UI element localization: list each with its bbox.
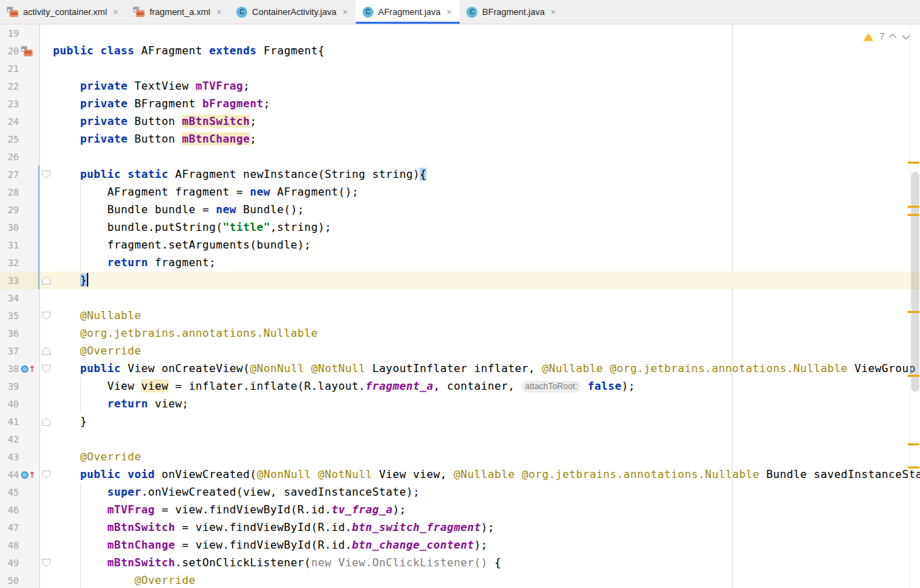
gutter-cell[interactable]: 33 [0, 272, 39, 289]
code-token: Bundle(); [236, 203, 304, 216]
gutter-cell[interactable]: 36 [0, 325, 39, 342]
code-line[interactable]: 39 View view = inflater.inflate(R.layout… [0, 378, 920, 395]
gutter-cell[interactable]: 46 [0, 501, 39, 519]
gutter-cell[interactable]: 38o↑ [0, 360, 39, 378]
gutter-cell[interactable]: 49 [0, 554, 39, 572]
code-line[interactable]: 24 private Button mBtnSwitch; [0, 113, 920, 130]
gutter-cell[interactable]: 32 [0, 254, 39, 272]
code-line[interactable]: 38o↑ public View onCreateView(@NonNull @… [0, 360, 920, 378]
code-line[interactable]: 29 Bundle bundle = new Bundle(); [0, 201, 920, 219]
inspections-widget[interactable]: 7 [863, 28, 908, 45]
overriding-method-icon[interactable]: o↑ [21, 471, 36, 479]
code-line[interactable]: 21 [0, 60, 920, 77]
gutter-cell[interactable]: 45 [0, 483, 39, 501]
gutter-cell[interactable]: 31 [0, 236, 39, 254]
gutter-cell[interactable]: 44o↑ [0, 466, 39, 483]
overriding-method-icon[interactable]: o↑ [21, 365, 36, 373]
code-line[interactable]: 26 [0, 148, 920, 166]
gutter-cell[interactable]: 43 [0, 448, 39, 466]
code-line[interactable]: 42 [0, 430, 920, 448]
gutter-cell[interactable]: 20<> [0, 42, 39, 60]
gutter-cell[interactable]: 39 [0, 378, 39, 395]
code-line[interactable]: 32 return fragment; [0, 254, 920, 272]
code-line[interactable]: 23 private BFragment bFragment; [0, 95, 920, 113]
gutter-cell[interactable]: 30 [0, 219, 39, 236]
fold-toggle-icon[interactable] [42, 170, 51, 179]
gutter-cell[interactable]: 22 [0, 77, 39, 95]
gutter-cell[interactable]: 50 [0, 572, 39, 588]
error-stripe-scrollbar[interactable] [910, 24, 920, 588]
gutter-cell[interactable]: 35 [0, 307, 39, 325]
code-line[interactable]: 41 } [0, 413, 920, 430]
warning-stripe-mark[interactable] [908, 443, 919, 445]
gutter-cell[interactable]: 24 [0, 113, 39, 130]
gutter-cell[interactable]: 34 [0, 289, 39, 307]
gutter-cell[interactable]: 21 [0, 60, 39, 77]
gutter-cell[interactable]: 23 [0, 95, 39, 113]
code-line[interactable]: 35 @Nullable [0, 307, 920, 325]
code-line[interactable]: 34 [0, 289, 920, 307]
gutter-cell[interactable]: 47 [0, 519, 39, 536]
gutter-cell[interactable]: 26 [0, 148, 39, 166]
code-line[interactable]: 25 private Button mBtnChange; [0, 130, 920, 148]
close-tab-icon[interactable]: × [342, 7, 348, 16]
gutter-cell[interactable]: 48 [0, 536, 39, 554]
code-line[interactable]: 22 private TextView mTVFrag; [0, 77, 920, 95]
related-layout-file-icon[interactable]: <> [21, 46, 33, 56]
fold-toggle-icon[interactable] [42, 418, 51, 426]
warning-stripe-mark[interactable] [908, 214, 919, 216]
code-line[interactable]: 46 mTVFrag = view.findViewById(R.id.tv_f… [0, 501, 920, 519]
code-line[interactable]: 43 @Override [0, 448, 920, 466]
code-line[interactable]: 47 mBtnSwitch = view.findViewById(R.id.b… [0, 519, 920, 536]
gutter-cell[interactable]: 19 [0, 24, 39, 42]
fold-toggle-icon[interactable] [42, 559, 51, 567]
gutter-cell[interactable]: 41 [0, 413, 39, 430]
warning-stripe-mark[interactable] [908, 162, 919, 164]
code-line[interactable]: 49 mBtnSwitch.setOnClickListener(new Vie… [0, 554, 920, 572]
warning-stripe-mark[interactable] [908, 466, 919, 468]
close-tab-icon[interactable]: × [217, 7, 222, 16]
gutter-cell[interactable]: 25 [0, 130, 39, 148]
code-line[interactable]: 20<>public class AFragment extends Fragm… [0, 42, 920, 60]
fold-toggle-icon[interactable] [42, 312, 51, 320]
close-tab-icon[interactable]: × [113, 7, 119, 16]
warning-stripe-mark[interactable] [908, 311, 919, 313]
code-line[interactable]: 27 public static AFragment newInstance(S… [0, 166, 920, 183]
code-editor[interactable]: 1920<>public class AFragment extends Fra… [0, 24, 920, 588]
tab-AFragment-java[interactable]: CAFragment.java× [356, 0, 460, 24]
gutter-cell[interactable]: 27 [0, 166, 39, 183]
code-line[interactable]: 36 @org.jetbrains.annotations.Nullable [0, 325, 920, 342]
previous-problem-chevron-up-icon[interactable] [889, 34, 896, 41]
close-tab-icon[interactable]: × [551, 7, 556, 16]
tab-fragment_a-xml[interactable]: <>fragment_a.xml× [126, 0, 229, 24]
code-line[interactable]: 50 @Override [0, 572, 920, 588]
code-line[interactable]: 44o↑ public void onViewCreated(@NonNull … [0, 466, 920, 483]
gutter-cell[interactable]: 28 [0, 183, 39, 201]
close-tab-icon[interactable]: × [447, 7, 452, 16]
fold-toggle-icon[interactable] [42, 276, 51, 284]
warning-stripe-mark[interactable] [908, 375, 919, 377]
fold-toggle-icon[interactable] [42, 347, 51, 355]
code-line[interactable]: 28 AFragment fragment = new AFragment(); [0, 183, 920, 201]
gutter-cell[interactable]: 29 [0, 201, 39, 219]
code-text: @Nullable [53, 307, 920, 325]
gutter-cell[interactable]: 40 [0, 395, 39, 413]
code-line[interactable]: 48 mBtnChange = view.findViewById(R.id.b… [0, 536, 920, 554]
fold-toggle-icon[interactable] [42, 365, 51, 373]
gutter-cell[interactable]: 37 [0, 342, 39, 360]
gutter-cell[interactable]: 42 [0, 430, 39, 448]
code-line[interactable]: 33 } [0, 272, 920, 289]
tab-activity_container-xml[interactable]: <>activity_container.xml× [0, 0, 126, 24]
code-line[interactable]: 40 return view; [0, 395, 920, 413]
fold-toggle-icon[interactable] [42, 471, 51, 479]
code-token: btn_change_content [352, 538, 474, 551]
code-line[interactable]: 30 bundle.putString("title",string); [0, 219, 920, 236]
tab-BFragment-java[interactable]: CBFragment.java× [460, 0, 564, 24]
code-line[interactable]: 19 [0, 24, 920, 42]
code-line[interactable]: 45 super.onViewCreated(view, savedInstan… [0, 483, 920, 501]
warning-stripe-mark[interactable] [908, 206, 919, 208]
scrollbar-thumb[interactable] [911, 172, 919, 392]
code-line[interactable]: 37 @Override [0, 342, 920, 360]
code-line[interactable]: 31 fragment.setArguments(bundle); [0, 236, 920, 254]
tab-ContainerActivity-java[interactable]: CContainerActivity.java× [229, 0, 356, 24]
